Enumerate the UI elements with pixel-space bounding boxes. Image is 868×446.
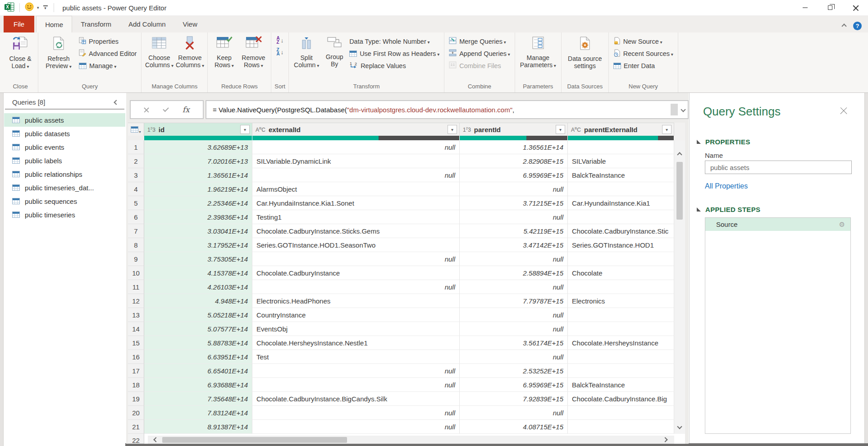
cell-id[interactable]: 4.26103E+14 — [144, 280, 252, 294]
cell-id[interactable]: 4.15378E+14 — [144, 266, 252, 280]
remove-rows-button[interactable]: Remove Rows — [238, 34, 269, 69]
cell-externalId[interactable]: null — [252, 252, 460, 266]
cell-parentId[interactable]: 7.79787E+15 — [460, 294, 568, 308]
column-filter-button[interactable] — [662, 125, 672, 134]
cell-parentId[interactable]: 2.53252E+15 — [460, 364, 568, 378]
remove-columns-button[interactable]: Remove Columns — [174, 34, 205, 69]
cell-id[interactable]: 7.02016E+13 — [144, 154, 252, 168]
cell-externalId[interactable]: CountryInstance — [252, 308, 460, 322]
data-source-settings-button[interactable]: Data source settings — [564, 34, 606, 69]
split-column-button[interactable]: Split Column — [291, 34, 322, 69]
cell-id[interactable]: 3.75305E+14 — [144, 252, 252, 266]
cell-parentId[interactable]: 6.95969E+15 — [460, 378, 568, 392]
cell-parentExternalId[interactable] — [568, 420, 674, 434]
cell-id[interactable]: 6.63951E+14 — [144, 350, 252, 364]
advanced-editor-button[interactable]: Advanced Editor — [77, 47, 139, 60]
applied-step-item[interactable]: Source ⚙ — [705, 218, 850, 231]
query-list-item[interactable]: public sequences — [4, 194, 125, 208]
cell-parentExternalId[interactable]: Car.HyundaiInstance.Kia1 — [568, 196, 674, 210]
tab-transform[interactable]: Transform — [72, 16, 120, 32]
cell-externalId[interactable]: Test — [252, 350, 460, 364]
merge-queries-button[interactable]: Merge Queries — [447, 35, 512, 47]
manage-button[interactable]: Manage — [77, 60, 139, 72]
cell-parentId[interactable]: 3.71215E+15 — [460, 196, 568, 210]
cell-id[interactable]: 5.07577E+14 — [144, 322, 252, 336]
cell-id[interactable]: 6.65401E+14 — [144, 364, 252, 378]
cell-parentId[interactable]: 3.56174E+15 — [460, 336, 568, 350]
cell-externalId[interactable]: null — [252, 140, 460, 154]
cell-externalId[interactable]: SILVariable.DynamicLink — [252, 154, 460, 168]
cell-id[interactable]: 3.17952E+14 — [144, 238, 252, 252]
cell-id[interactable]: 2.25346E+14 — [144, 196, 252, 210]
cell-externalId[interactable]: Chocolate.CadburyInstance — [252, 266, 460, 280]
column-header[interactable]: 123 id — [144, 123, 252, 136]
cell-id[interactable]: 7.83124E+14 — [144, 406, 252, 420]
choose-columns-button[interactable]: Choose Columns — [144, 34, 174, 69]
cell-externalId[interactable]: Chocolate.HersheysInstance.Nestle1 — [252, 336, 460, 350]
query-list-item[interactable]: public relationships — [4, 167, 125, 181]
cell-parentId[interactable]: null — [460, 308, 568, 322]
formula-bar[interactable]: = Value.NativeQuery(PostgreSQL.Database(… — [206, 100, 689, 119]
cell-id[interactable]: 7.35648E+14 — [144, 392, 252, 406]
applied-steps-section-header[interactable]: APPLIED STEPS — [697, 206, 760, 213]
cell-parentExternalId[interactable] — [568, 406, 674, 420]
group-by-button[interactable]: Group By — [322, 34, 347, 68]
cell-parentExternalId[interactable]: BalckTeaInstance — [568, 378, 674, 392]
scroll-right-icon[interactable] — [662, 437, 667, 442]
cell-parentId[interactable]: null — [460, 350, 568, 364]
column-filter-button[interactable] — [556, 125, 565, 134]
smiley-dropdown-caret[interactable]: ▾ — [37, 5, 39, 10]
cell-parentId[interactable]: null — [460, 252, 568, 266]
query-list-item[interactable]: public labels — [4, 154, 125, 167]
cell-parentExternalId[interactable]: Series.GOTInstance.HOD1 — [568, 238, 674, 252]
cell-id[interactable]: 3.62689E+13 — [144, 140, 252, 154]
cell-parentId[interactable]: null — [460, 406, 568, 420]
cell-parentExternalId[interactable] — [568, 140, 674, 154]
table-menu-button[interactable]: ▾ — [128, 123, 144, 136]
cell-externalId[interactable]: Chocolate.CadburyInstance.Sticks.Gems — [252, 224, 460, 238]
cell-parentExternalId[interactable] — [568, 182, 674, 196]
query-list-item[interactable]: public timeseries — [4, 208, 125, 221]
enter-data-button[interactable]: Enter Data — [611, 60, 676, 72]
scroll-left-icon[interactable] — [153, 437, 158, 442]
cell-id[interactable]: 6.93688E+14 — [144, 378, 252, 392]
expand-formula-bar-icon[interactable] — [681, 107, 685, 112]
cell-parentId[interactable]: 7.92839E+15 — [460, 392, 568, 406]
keep-rows-button[interactable]: Keep Rows — [210, 34, 238, 69]
cell-id[interactable]: 4.948E+14 — [144, 294, 252, 308]
cell-id[interactable]: 1.96219E+14 — [144, 182, 252, 196]
column-header[interactable]: ABC externalId — [252, 123, 460, 136]
cell-externalId[interactable]: Chocolate.CadburyInstance.BigCandys.Silk — [252, 392, 460, 406]
sort-ascending-button[interactable] — [274, 34, 286, 46]
cell-parentExternalId[interactable] — [568, 252, 674, 266]
cell-parentId[interactable]: 2.82908E+15 — [460, 154, 568, 168]
minimize-button[interactable] — [792, 0, 818, 15]
cell-parentId[interactable]: null — [460, 182, 568, 196]
cell-parentExternalId[interactable] — [568, 308, 674, 322]
tab-home[interactable]: Home — [36, 16, 72, 32]
commit-formula-icon[interactable] — [163, 106, 169, 111]
restore-button[interactable] — [818, 0, 843, 15]
column-header[interactable]: ABC parentExternalId — [568, 123, 674, 136]
gear-icon[interactable]: ⚙ — [839, 221, 845, 229]
help-icon[interactable] — [853, 22, 862, 30]
all-properties-link[interactable]: All Properties — [705, 182, 748, 190]
cell-parentExternalId[interactable] — [568, 350, 674, 364]
cell-parentExternalId[interactable]: Chocolate.HersheysInstance — [568, 336, 674, 350]
cell-parentExternalId[interactable] — [568, 210, 674, 224]
cell-parentId[interactable]: 3.47142E+15 — [460, 238, 568, 252]
tab-view[interactable]: View — [174, 16, 206, 32]
collapse-ribbon-icon[interactable] — [841, 23, 846, 28]
properties-section-header[interactable]: PROPERTIES — [697, 138, 750, 146]
cell-parentId[interactable]: 1.36561E+14 — [460, 140, 568, 154]
use-first-row-as-headers-button[interactable]: Use First Row as Headers — [347, 47, 442, 60]
cell-parentExternalId[interactable] — [568, 280, 674, 294]
cell-parentId[interactable]: null — [460, 322, 568, 336]
cell-parentId[interactable]: 5.42119E+15 — [460, 224, 568, 238]
column-filter-button[interactable] — [240, 125, 250, 134]
column-header[interactable]: 123 parentId — [460, 123, 568, 136]
append-queries-button[interactable]: Append Queries — [447, 47, 512, 60]
smiley-feedback-icon[interactable] — [25, 2, 34, 13]
query-list-item[interactable]: public timeseries_dat... — [4, 181, 125, 194]
cell-externalId[interactable]: Car.HyundaiInstance.Kia1.Sonet — [252, 196, 460, 210]
